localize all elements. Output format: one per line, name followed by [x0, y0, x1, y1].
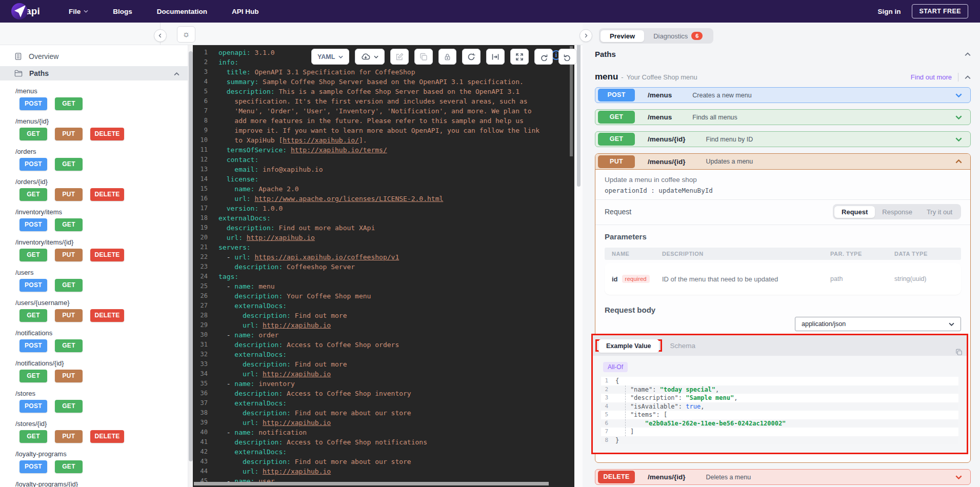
- composition-badge[interactable]: All-Of: [603, 362, 628, 372]
- method-badge-get[interactable]: GET: [19, 188, 47, 201]
- tab-schema[interactable]: Schema: [670, 342, 696, 350]
- method-badge-get[interactable]: GET: [19, 309, 47, 322]
- method-badge-post[interactable]: POST: [19, 339, 47, 352]
- nav-item-file[interactable]: File: [56, 8, 101, 15]
- find-out-more-link[interactable]: Find out more: [911, 73, 952, 81]
- method-badge-put[interactable]: PUT: [55, 309, 83, 322]
- tab-preview[interactable]: Preview: [601, 30, 644, 42]
- method-badge-put[interactable]: PUT: [55, 249, 83, 261]
- endpoint-group: /usersPOSTGET: [15, 269, 188, 292]
- method-badge-delete[interactable]: DELETE: [90, 430, 124, 443]
- method-badge-get[interactable]: GET: [55, 339, 83, 352]
- method-badge-put[interactable]: PUT: [55, 128, 83, 140]
- method-badge-post[interactable]: POST: [19, 279, 47, 292]
- tab-diagnostics[interactable]: Diagnostics 6: [644, 30, 712, 42]
- word-wrap-button[interactable]: [486, 49, 505, 65]
- collapse-sidebar-button[interactable]: [154, 29, 167, 42]
- example-json-line: 4 "isAvailable": true,: [601, 402, 958, 411]
- start-free-button[interactable]: START FREE: [912, 4, 968, 18]
- theme-toggle-button[interactable]: ☼: [177, 26, 195, 43]
- method-badge-put[interactable]: PUT: [55, 188, 83, 201]
- code-line: 21servers:: [193, 242, 574, 252]
- code-line: 10 to XapiHub [https://xapihub.io/].: [193, 135, 574, 145]
- method-badge-get[interactable]: GET: [19, 430, 47, 443]
- copy-button[interactable]: [414, 49, 433, 65]
- method-badge-put[interactable]: PUT: [55, 430, 83, 443]
- redo-icon: [539, 53, 548, 61]
- method-badge-get[interactable]: GET: [55, 218, 83, 231]
- code-line: 26 description: Your Coffee Shop menu: [193, 291, 574, 301]
- method-badge-get[interactable]: GET: [19, 128, 47, 140]
- expand-panel-button[interactable]: [579, 29, 592, 42]
- redo-button[interactable]: [534, 49, 553, 65]
- tab-try-it-out[interactable]: Try it out: [919, 206, 959, 218]
- content-type-select[interactable]: application/json: [795, 317, 961, 331]
- tab-example-value[interactable]: Example Value: [598, 339, 659, 353]
- method-badge-put[interactable]: PUT: [55, 370, 83, 382]
- sidebar-item-paths[interactable]: Paths: [0, 66, 188, 80]
- undo-button[interactable]: [558, 49, 577, 65]
- operation-row-put-menus[interactable]: PUT /menus/{id} Updates a menu: [595, 154, 970, 170]
- operation-row-delete-menus[interactable]: DELETE /menus/{id} Deletes a menu: [595, 469, 971, 485]
- lock-button[interactable]: [438, 49, 456, 65]
- method-badge-post[interactable]: POST: [19, 97, 47, 110]
- chevron-up-icon[interactable]: [965, 52, 971, 56]
- chevron-down-icon: [84, 10, 88, 13]
- sidebar-item-overview[interactable]: Overview: [0, 50, 188, 63]
- nav-item-api-hub[interactable]: API Hub: [219, 8, 271, 15]
- example-json-line: 7 ]: [601, 428, 958, 436]
- method-badge-get[interactable]: GET: [55, 97, 83, 110]
- sign-in-link[interactable]: Sign in: [877, 8, 901, 15]
- method-badge-delete[interactable]: DELETE: [90, 188, 124, 201]
- method-badge-delete[interactable]: DELETE: [90, 249, 124, 261]
- chevron-up-icon[interactable]: [174, 69, 179, 78]
- refresh-button[interactable]: [462, 49, 481, 65]
- operation-row-get-menus[interactable]: GET /menus Finds all menus: [595, 109, 971, 125]
- method-badge-post[interactable]: POST: [19, 400, 47, 413]
- import-export-button[interactable]: [355, 49, 385, 65]
- sidebar-item-paths-label: Paths: [29, 69, 49, 77]
- method-badge-get[interactable]: GET: [55, 279, 83, 292]
- edit-button[interactable]: [390, 49, 409, 65]
- nav-item-blogs[interactable]: Blogs: [101, 8, 145, 15]
- endpoint-path: /menus: [15, 87, 188, 95]
- code-line: 31 description: Access to Coffee Shop or…: [193, 340, 574, 350]
- method-badge-delete[interactable]: DELETE: [90, 128, 124, 140]
- code-line: 7 'Menu', 'Order', 'User', 'Inventory', …: [193, 106, 574, 116]
- editor-horizontal-scrollbar[interactable]: [194, 482, 549, 485]
- operation-row-post-menus[interactable]: POST /menus Creates a new menu: [595, 87, 971, 103]
- yaml-code-editor[interactable]: 1openapi: 3.1.02info:3 title: OpenAPI 3.…: [193, 45, 574, 487]
- method-badge-get[interactable]: GET: [55, 460, 83, 473]
- chevron-left-icon: [157, 33, 163, 38]
- top-navbar: api File Blogs Documentation API Hub Sig…: [0, 0, 980, 23]
- editor-actions: YAML: [311, 49, 577, 65]
- chevron-down-icon: [955, 137, 962, 141]
- method-badge-get[interactable]: GET: [55, 400, 83, 413]
- nav-item-documentation[interactable]: Documentation: [145, 8, 219, 15]
- code-line: 35 - name: inventory: [193, 379, 574, 389]
- sidebar-scrollbar[interactable]: [188, 45, 193, 487]
- tab-request[interactable]: Request: [834, 206, 875, 218]
- divider: [595, 225, 970, 225]
- endpoint-path: /users/{username}: [15, 299, 188, 307]
- method-badge-get[interactable]: GET: [19, 370, 47, 382]
- endpoint-group: /storesPOSTGET: [15, 390, 188, 413]
- code-line: 6 specification. It's the first version …: [193, 96, 574, 106]
- example-json-line: 5 "items": [: [601, 411, 958, 419]
- xapi-logo[interactable]: api: [11, 3, 40, 19]
- method-badge-delete[interactable]: DELETE: [90, 309, 124, 322]
- panel-scrollbar[interactable]: [574, 23, 583, 487]
- method-badge-post[interactable]: POST: [19, 460, 47, 473]
- method-badge-get[interactable]: GET: [19, 249, 47, 261]
- document-icon: [14, 52, 22, 60]
- fullscreen-button[interactable]: [510, 49, 529, 65]
- method-badge-get[interactable]: GET: [55, 158, 83, 171]
- tab-response[interactable]: Response: [875, 206, 919, 218]
- method-badge-post[interactable]: POST: [19, 218, 47, 231]
- operation-row-get-menu-by-id[interactable]: GET /menus/{id} Find menu by ID: [595, 131, 971, 147]
- code-line: 23 description: Coffeeshop Server: [193, 262, 574, 272]
- method-badge-post[interactable]: POST: [19, 158, 47, 171]
- chevron-up-icon[interactable]: [965, 75, 971, 79]
- language-select[interactable]: YAML: [311, 49, 349, 65]
- copy-icon[interactable]: [955, 349, 963, 358]
